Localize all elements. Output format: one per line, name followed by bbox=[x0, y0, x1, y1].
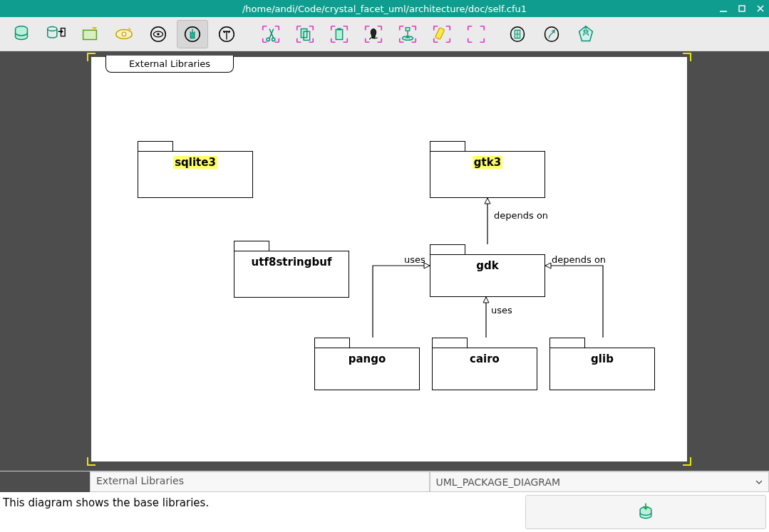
minimize-icon[interactable] bbox=[719, 4, 728, 13]
svg-point-16 bbox=[229, 31, 230, 32]
package-pango[interactable]: pango bbox=[314, 338, 420, 390]
svg-point-18 bbox=[272, 38, 275, 41]
edit-relationships-button[interactable] bbox=[211, 20, 242, 48]
highlight-button[interactable] bbox=[426, 20, 458, 48]
diagram-canvas[interactable]: External Libraries depends on depends on… bbox=[91, 57, 687, 461]
undo-button[interactable] bbox=[502, 20, 533, 48]
window-titlebar: /home/andi/Code/crystal_facet_uml/archit… bbox=[0, 0, 769, 17]
about-button[interactable] bbox=[570, 20, 602, 48]
svg-point-5 bbox=[48, 26, 57, 31]
svg-rect-1 bbox=[739, 6, 745, 11]
property-row-spacer bbox=[0, 471, 90, 492]
main-toolbar bbox=[0, 17, 769, 51]
package-glib[interactable]: glib bbox=[549, 338, 655, 390]
search-view-button[interactable] bbox=[143, 20, 174, 48]
description-row: This diagram shows the base libraries. bbox=[0, 492, 769, 532]
redo-button[interactable] bbox=[536, 20, 567, 48]
svg-point-17 bbox=[267, 38, 269, 41]
svg-marker-29 bbox=[485, 198, 490, 204]
rel-label-gdk-cairo[interactable]: uses bbox=[491, 305, 512, 315]
canvas-area[interactable]: External Libraries depends on depends on… bbox=[0, 51, 769, 471]
diagram-title: External Libraries bbox=[129, 58, 210, 69]
save-db-icon bbox=[636, 502, 656, 522]
rel-label-gtk3-gdk[interactable]: depends on bbox=[494, 210, 548, 221]
rel-label-gdk-glib[interactable]: depends on bbox=[552, 254, 606, 265]
maximize-icon[interactable] bbox=[738, 4, 746, 13]
diagram-description-field[interactable]: This diagram shows the base libraries. bbox=[0, 492, 522, 532]
chevron-down-icon bbox=[755, 476, 763, 488]
rel-label-gdk-pango[interactable]: uses bbox=[404, 254, 425, 265]
svg-rect-22 bbox=[337, 28, 341, 30]
window-title: /home/andi/Code/crystal_facet_uml/archit… bbox=[242, 4, 527, 14]
svg-point-9 bbox=[122, 32, 126, 36]
instantiate-button[interactable] bbox=[392, 20, 423, 48]
package-sqlite3[interactable]: sqlite3 bbox=[138, 141, 253, 198]
db-button[interactable] bbox=[6, 20, 37, 48]
package-utf8stringbuf[interactable]: utf8stringbuf bbox=[234, 241, 349, 298]
export-button[interactable] bbox=[40, 20, 71, 48]
svg-rect-24 bbox=[406, 27, 410, 31]
svg-rect-7 bbox=[83, 30, 97, 39]
svg-rect-21 bbox=[336, 29, 342, 39]
commit-button[interactable] bbox=[525, 495, 766, 529]
navigate-button[interactable] bbox=[177, 20, 208, 48]
delete-button[interactable] bbox=[358, 20, 389, 48]
svg-point-12 bbox=[157, 33, 159, 35]
package-gdk[interactable]: gdk bbox=[430, 244, 545, 297]
svg-marker-31 bbox=[483, 297, 489, 303]
new-view-button[interactable] bbox=[108, 20, 140, 48]
package-gtk3[interactable]: gtk3 bbox=[430, 141, 545, 198]
diagram-name-field[interactable]: External Libraries bbox=[90, 471, 430, 492]
diagram-title-tab[interactable]: External Libraries bbox=[105, 56, 234, 73]
close-icon[interactable] bbox=[756, 4, 765, 13]
new-window-button[interactable] bbox=[74, 20, 105, 48]
svg-rect-25 bbox=[435, 27, 445, 39]
property-row: External Libraries UML_PACKAGE_DIAGRAM bbox=[0, 471, 769, 492]
svg-point-15 bbox=[223, 31, 224, 32]
cut-button[interactable] bbox=[255, 20, 287, 48]
paste-button[interactable] bbox=[324, 20, 355, 48]
svg-marker-33 bbox=[545, 263, 551, 268]
reset-selection-button[interactable] bbox=[460, 20, 492, 48]
diagram-type-select[interactable]: UML_PACKAGE_DIAGRAM bbox=[430, 471, 770, 492]
copy-button[interactable] bbox=[289, 20, 321, 48]
package-cairo[interactable]: cairo bbox=[432, 338, 537, 390]
